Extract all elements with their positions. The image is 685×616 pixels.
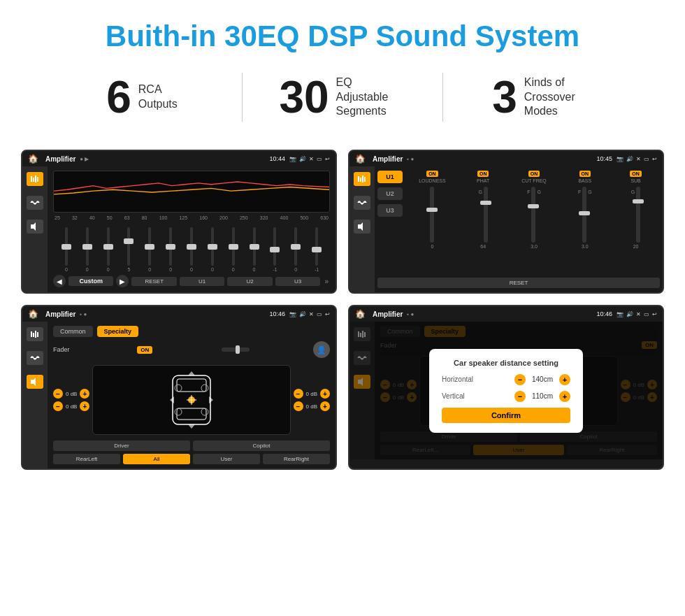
user-button[interactable]: User xyxy=(193,454,260,464)
sidebar-wave-icon[interactable] xyxy=(27,196,43,210)
copilot-button[interactable]: Copilot xyxy=(193,440,330,451)
bass-on-badge: ON xyxy=(579,171,591,177)
fader-slider[interactable] xyxy=(222,348,250,352)
horizontal-minus-button[interactable]: − xyxy=(514,374,526,385)
stat-eq-label1: EQ Adjustable xyxy=(336,76,406,105)
sidebar-wave-icon-2[interactable] xyxy=(354,196,370,210)
sidebar-wave-icon-3[interactable] xyxy=(27,351,43,365)
eq-u1-button[interactable]: U1 xyxy=(180,277,224,286)
vol-left-bot-plus[interactable]: + xyxy=(80,401,89,411)
vol-right-top-plus[interactable]: + xyxy=(320,389,330,399)
eq-next-button[interactable]: ▶ xyxy=(116,275,129,287)
eq-slider-10: -1 xyxy=(264,227,285,272)
vol-left-bot-minus[interactable]: − xyxy=(53,401,63,411)
bass-slider[interactable] xyxy=(582,187,586,243)
dsp-reset-button[interactable]: RESET xyxy=(377,278,660,288)
sidebar-eq-icon[interactable] xyxy=(27,172,43,186)
dsp-panel: U1 U2 U3 ON LOUDNESS xyxy=(375,166,663,292)
vol-left-top: − 0 dB + xyxy=(53,389,89,399)
eq-slider-9: 0 xyxy=(244,227,265,272)
screenshots-grid: 🏠 Amplifier ● ▶ 10:44 📷 🔊 ✕ ▭ ↩ xyxy=(0,143,685,491)
loudness-slider[interactable] xyxy=(430,187,434,243)
status-icons-1: 📷 🔊 ✕ ▭ ↩ xyxy=(289,156,330,162)
dsp-phat-channel: ON PHAT G 64 xyxy=(459,171,507,249)
svg-rect-1 xyxy=(33,178,34,182)
stat-eq-number: 30 xyxy=(279,75,329,120)
dsp-cutfreq-channel: ON CUT FREQ F G 3.0 xyxy=(510,171,558,249)
dialog-title: Car speaker distance setting xyxy=(442,359,570,367)
sidebar-eq-icon-2[interactable] xyxy=(354,172,370,186)
eq-bottom-bar: ◀ Custom ▶ RESET U1 U2 U3 » xyxy=(53,275,330,287)
cutfreq-slider[interactable] xyxy=(531,187,535,243)
svg-rect-7 xyxy=(362,176,363,182)
vol-left-bot-value: 0 dB xyxy=(66,403,77,410)
eq-prev-button[interactable]: ◀ xyxy=(53,275,66,287)
vol-right-top-value: 0 dB xyxy=(306,391,317,397)
rearleft-button[interactable]: RearLeft xyxy=(53,454,120,464)
app-name-1: Amplifier xyxy=(45,155,75,163)
dialog-horizontal-row: Horizontal − 140cm + xyxy=(442,374,570,385)
eq-reset-button[interactable]: RESET xyxy=(131,277,176,286)
time-1: 10:44 xyxy=(269,155,285,162)
rearright-button[interactable]: RearRight xyxy=(263,454,330,464)
sidebar-speaker-icon[interactable] xyxy=(27,220,43,234)
eq-slider-0: 0 xyxy=(56,227,77,272)
vol-right-bot-plus[interactable]: + xyxy=(320,401,330,411)
svg-point-21 xyxy=(201,408,208,415)
sidebar-speaker-icon-3[interactable] xyxy=(27,375,43,389)
stat-rca-number: 6 xyxy=(106,75,131,120)
svg-rect-10 xyxy=(31,331,32,337)
distance-dialog: Car speaker distance setting Horizontal … xyxy=(429,349,583,433)
driver-button[interactable]: Driver xyxy=(53,440,190,451)
vertical-plus-button[interactable]: + xyxy=(559,391,570,402)
svg-rect-5 xyxy=(358,176,359,182)
svg-rect-0 xyxy=(31,176,32,182)
sub-slider[interactable] xyxy=(636,187,640,243)
dsp-u3-button[interactable]: U3 xyxy=(377,204,403,217)
vol-left-top-plus[interactable]: + xyxy=(80,389,89,399)
all-button[interactable]: All xyxy=(123,454,190,464)
screen-fader: 🏠 Amplifier ▪ ● 10:46 📷 🔊 ✕ ▭ ↩ xyxy=(21,305,337,470)
dsp-presets: U1 U2 U3 xyxy=(377,171,403,217)
svg-point-19 xyxy=(201,385,208,392)
eq-panel: 253240506380100125160200250320400500630 … xyxy=(48,166,336,292)
svg-marker-26 xyxy=(209,396,213,403)
statusbar-3: 🏠 Amplifier ▪ ● 10:46 📷 🔊 ✕ ▭ ↩ xyxy=(22,306,336,322)
vertical-minus-button[interactable]: − xyxy=(514,391,526,402)
eq-slider-11: 0 xyxy=(285,227,306,272)
phat-slider-g[interactable] xyxy=(484,187,488,243)
vertical-label: Vertical xyxy=(442,392,465,400)
vol-right-top-minus[interactable]: − xyxy=(294,389,303,399)
svg-rect-3 xyxy=(37,177,38,182)
phat-value: 64 xyxy=(480,244,486,249)
vol-right-bot-minus[interactable]: − xyxy=(294,401,303,411)
bass-value: 3.0 xyxy=(582,244,589,249)
eq-sliders: 0 0 0 5 0 0 0 0 0 0 -1 0 -1 xyxy=(53,223,330,272)
fader-common-tab[interactable]: Common xyxy=(53,326,93,337)
eq-graph xyxy=(53,171,330,213)
horizontal-plus-button[interactable]: + xyxy=(559,374,570,385)
fader-panel: Common Specialty Fader ON 👤 − xyxy=(48,322,336,468)
dsp-u2-button[interactable]: U2 xyxy=(377,187,403,200)
eq-u3-button[interactable]: U3 xyxy=(275,277,320,286)
sub-value: 20 xyxy=(633,244,639,249)
svg-marker-25 xyxy=(170,396,174,403)
dsp-u1-button[interactable]: U1 xyxy=(377,171,403,183)
vol-left-top-minus[interactable]: − xyxy=(53,389,63,399)
eq-slider-3: 5 xyxy=(119,227,140,272)
dsp-top-row: U1 U2 U3 ON LOUDNESS xyxy=(377,171,660,275)
svg-rect-8 xyxy=(364,177,366,182)
stat-rca: 6 RCA Outputs xyxy=(42,75,242,120)
horizontal-control: − 140cm + xyxy=(514,374,570,385)
statusbar-4: 🏠 Amplifier ▪ ● 10:46 📷 🔊 ✕ ▭ ↩ xyxy=(349,306,663,322)
left-vol-controls: − 0 dB + − 0 dB + xyxy=(53,362,89,438)
sidebar-eq-icon-3[interactable] xyxy=(27,327,43,341)
cutfreq-on-badge: ON xyxy=(528,171,540,177)
dialog-overlay: Car speaker distance setting Horizontal … xyxy=(349,322,663,459)
svg-marker-28 xyxy=(188,424,195,429)
sidebar-speaker-icon-2[interactable] xyxy=(354,220,370,234)
stat-rca-label2: Outputs xyxy=(138,97,178,112)
confirm-button[interactable]: Confirm xyxy=(442,408,570,423)
fader-specialty-tab[interactable]: Specialty xyxy=(97,326,139,337)
eq-u2-button[interactable]: U2 xyxy=(227,277,272,286)
